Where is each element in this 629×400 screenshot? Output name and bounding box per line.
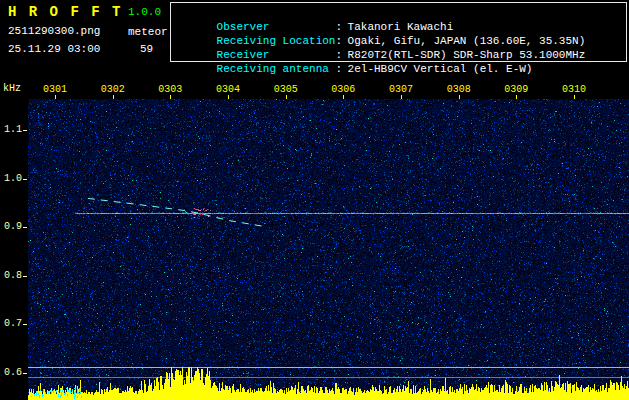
x-axis-tick-label: 0309 xyxy=(501,84,531,95)
y-axis-tick xyxy=(23,130,27,131)
x-axis-tick xyxy=(286,95,287,99)
info-row-colon: : xyxy=(336,34,348,48)
info-row-label: Receiving antenna xyxy=(217,62,336,76)
info-row-colon: : xyxy=(336,48,348,62)
info-row-label: Receiver xyxy=(217,48,336,62)
x-axis-tick-label: 0304 xyxy=(213,84,243,95)
y-axis-tick-label: 0.6 xyxy=(2,367,22,378)
x-axis-tick-label: 0306 xyxy=(328,84,358,95)
y-axis-tick xyxy=(23,276,27,277)
y-axis-tick xyxy=(23,373,27,374)
x-axis-tick-label: 0301 xyxy=(40,84,70,95)
screen: H R O F F T 1.0.0 2511290300.png meteor … xyxy=(0,0,629,400)
x-axis-tick xyxy=(516,95,517,99)
y-axis-tick xyxy=(23,324,27,325)
output-filename: 2511290300.png xyxy=(8,25,100,37)
info-row-label: Receiving Location xyxy=(217,34,336,48)
y-axis-tick-label: 0.9 xyxy=(2,221,22,232)
x-axis-tick-label: 0302 xyxy=(98,84,128,95)
info-row-colon: : xyxy=(336,20,348,34)
spectrogram-canvas xyxy=(28,99,629,400)
y-axis-tick xyxy=(23,179,27,180)
x-axis-tick xyxy=(343,95,344,99)
y-axis-tick-label: 1.0 xyxy=(2,173,22,184)
info-row-label: Observer xyxy=(217,20,336,34)
x-axis-tick xyxy=(170,95,171,99)
info-row-value: R820T2(RTL-SDR) SDR-Sharp 53.1000MHz xyxy=(348,49,586,61)
y-axis-tick-label: 1.1 xyxy=(2,124,22,135)
mode-label: meteor xyxy=(128,26,168,38)
info-row-value: Ogaki, Gifu, JAPAN (136.60E, 35.35N) xyxy=(348,35,586,47)
info-row: Observer:Takanori Kawachi xyxy=(177,6,626,20)
x-axis-tick xyxy=(574,95,575,99)
y-axis-tick xyxy=(23,227,27,228)
app-title: H R O F F T xyxy=(8,4,122,20)
x-axis-tick xyxy=(459,95,460,99)
x-axis-tick-label: 0308 xyxy=(444,84,474,95)
y-axis-unit-label: kHz xyxy=(3,83,21,94)
datetime-label: 25.11.29 03:00 xyxy=(8,43,100,55)
x-axis-tick-label: 0303 xyxy=(155,84,185,95)
info-row-value: 2el-HB9CV Vertical (el. E-W) xyxy=(348,63,533,75)
x-axis-tick-label: 0307 xyxy=(386,84,416,95)
info-row-value: Takanori Kawachi xyxy=(348,21,454,33)
meteor-count: 59 xyxy=(140,43,153,55)
observer-info-panel: Observer:Takanori Kawachi Receiving Loca… xyxy=(170,2,627,62)
x-axis-tick-label: 0305 xyxy=(271,84,301,95)
y-axis-tick-label: 0.8 xyxy=(2,270,22,281)
x-axis-tick xyxy=(401,95,402,99)
x-axis-tick-label: 0310 xyxy=(559,84,589,95)
app-version: 1.0.0 xyxy=(128,6,161,18)
x-axis-tick xyxy=(55,95,56,99)
info-row-colon: : xyxy=(336,62,348,76)
x-axis-tick xyxy=(113,95,114,99)
x-axis-tick xyxy=(228,95,229,99)
y-axis-tick-label: 0.7 xyxy=(2,318,22,329)
